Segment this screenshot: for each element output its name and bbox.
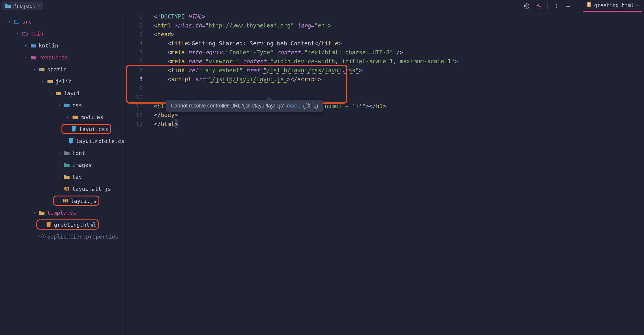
- target-icon[interactable]: [523, 3, 530, 9]
- chevron-down-icon: ▾: [57, 103, 61, 107]
- css-icon: [68, 138, 73, 144]
- tree-label: greeting.html: [54, 222, 96, 228]
- code-editor[interactable]: 1 2 3 4 5 6 7 8 9 10 11 12 13 <!DOCTYPE …: [125, 12, 644, 335]
- tree-app-properties[interactable]: </> application.properties: [0, 230, 125, 242]
- chevron-right-icon: ▸: [57, 163, 61, 167]
- tree-label: layui.css: [79, 126, 108, 132]
- tree-layui-all-js[interactable]: JS layui.all.js: [0, 183, 125, 195]
- tree-layui[interactable]: ▾ layui: [0, 87, 125, 99]
- folder-icon: [64, 102, 70, 108]
- tree-label: lay: [72, 174, 82, 180]
- svg-point-5: [556, 7, 557, 8]
- code-line: <link rel="stylesheet" href="/jslib/layu…: [154, 66, 644, 75]
- chevron-down-icon: ▾: [32, 210, 36, 215]
- tree-label: layui.js: [71, 198, 97, 204]
- close-icon[interactable]: ✕: [636, 3, 639, 8]
- main-area: ▾ src ▾ main ▸ kotlin ▾ resources ▾ stat…: [0, 12, 644, 335]
- properties-icon: </>: [39, 233, 45, 239]
- code-line: <title>Getting Started: Serving Web Cont…: [154, 39, 644, 48]
- line-number: 6: [125, 57, 143, 66]
- error-tooltip: Cannot resolve controller URL '/jslib/la…: [166, 100, 323, 112]
- tree-modules[interactable]: ▸ modules: [0, 111, 125, 123]
- folder-icon: [14, 19, 20, 24]
- tree-images[interactable]: ▸ images: [0, 159, 125, 171]
- tree-label: main: [30, 30, 43, 37]
- code-line: <head>: [154, 30, 644, 39]
- js-icon: JS: [64, 186, 70, 192]
- project-tree[interactable]: ▾ src ▾ main ▸ kotlin ▾ resources ▾ stat…: [0, 12, 125, 335]
- separator: [547, 3, 548, 9]
- tree-label: templates: [47, 210, 76, 216]
- tree-lay[interactable]: ▸ lay: [0, 171, 125, 183]
- chevron-right-icon: ▸: [57, 175, 61, 179]
- collapse-icon[interactable]: [535, 3, 542, 9]
- tab-greeting-html[interactable]: greeting.html ✕: [583, 0, 642, 12]
- tree-label: resources: [39, 54, 68, 61]
- svg-point-2: [526, 6, 527, 6]
- folder-icon: [47, 78, 53, 84]
- tree-templates[interactable]: ▾ templates: [0, 207, 125, 219]
- chevron-right-icon: ▸: [24, 43, 28, 47]
- editor-tabs: greeting.html ✕: [583, 0, 642, 12]
- chevron-down-icon: ▾: [49, 91, 53, 95]
- tree-resources[interactable]: ▾ resources: [0, 51, 125, 63]
- svg-point-4: [556, 5, 557, 7]
- code-line: <meta name="viewport" content="width=dev…: [154, 57, 644, 66]
- tree-label: font: [72, 150, 85, 156]
- tree-label: src: [22, 19, 32, 25]
- project-selector[interactable]: Project ▾: [2, 1, 43, 10]
- html-icon: [46, 222, 52, 228]
- line-number: 7: [125, 66, 143, 75]
- chevron-down-icon: ▾: [38, 4, 40, 8]
- folder-icon: [64, 162, 70, 168]
- code-line: <html xmlns:th="http://www.thymeleaf.org…: [154, 21, 644, 30]
- tree-main[interactable]: ▾ main: [0, 27, 125, 39]
- line-number: 8: [125, 75, 143, 84]
- minimize-icon[interactable]: [565, 3, 571, 9]
- line-number: 10: [125, 93, 143, 102]
- tree-label: images: [72, 162, 92, 168]
- chevron-down-icon: ▾: [16, 31, 20, 36]
- tree-layui-mobile-css[interactable]: layui.mobile.css: [0, 135, 125, 147]
- line-number: 1: [125, 12, 143, 21]
- html-icon: [586, 2, 592, 9]
- code-line: <meta http-equiv="Content-Type" content=…: [154, 48, 644, 57]
- tree-label: kotlin: [39, 42, 58, 49]
- line-number: 2: [125, 21, 143, 30]
- folder-icon: [30, 42, 36, 48]
- tree-kotlin[interactable]: ▸ kotlin: [0, 39, 125, 51]
- tree-label: static: [47, 66, 67, 73]
- tree-label: layui: [64, 90, 80, 96]
- line-number: 11: [125, 102, 143, 110]
- line-number: 5: [125, 48, 143, 57]
- code-line: <script src="/jslib/layui/layui.js"></sc…: [154, 75, 644, 84]
- tooltip-shortcut: (⌘F1): [303, 103, 318, 109]
- folder-icon: A: [64, 150, 70, 156]
- chevron-right-icon: ▸: [66, 115, 70, 119]
- code-area[interactable]: <!DOCTYPE HTML> <html xmlns:th="http://w…: [148, 12, 644, 335]
- chevron-down-icon: ▾: [32, 67, 36, 71]
- chevron-right-icon: ▸: [57, 151, 61, 155]
- chevron-down-icon: ▾: [24, 55, 28, 59]
- line-number: 9: [125, 84, 143, 93]
- tooltip-message: Cannot resolve controller URL '/jslib/la…: [171, 103, 285, 109]
- tree-static[interactable]: ▾ static: [0, 63, 125, 75]
- tree-src[interactable]: ▾ src: [0, 16, 125, 27]
- folder-icon: [39, 210, 45, 216]
- tree-label: modules: [81, 114, 103, 120]
- tooltip-more-link[interactable]: more...: [285, 103, 303, 109]
- chevron-down-icon: ▾: [7, 19, 11, 24]
- more-icon[interactable]: [553, 3, 560, 9]
- project-icon: [5, 3, 11, 9]
- folder-icon: [56, 90, 61, 96]
- chevron-down-icon: ▾: [41, 79, 45, 83]
- tree-layui-js[interactable]: JS layui.js: [0, 195, 125, 207]
- tree-jslib[interactable]: ▾ jslib: [0, 75, 125, 87]
- tree-layui-css[interactable]: layui.css: [0, 123, 125, 135]
- code-line: <!DOCTYPE HTML>: [154, 12, 644, 21]
- tree-css[interactable]: ▾ css: [0, 99, 125, 111]
- tree-greeting-html[interactable]: greeting.html: [0, 219, 125, 230]
- gutter: 1 2 3 4 5 6 7 8 9 10 11 12 13: [125, 12, 148, 335]
- svg-point-3: [556, 4, 557, 5]
- tree-font[interactable]: ▸ A font: [0, 147, 125, 159]
